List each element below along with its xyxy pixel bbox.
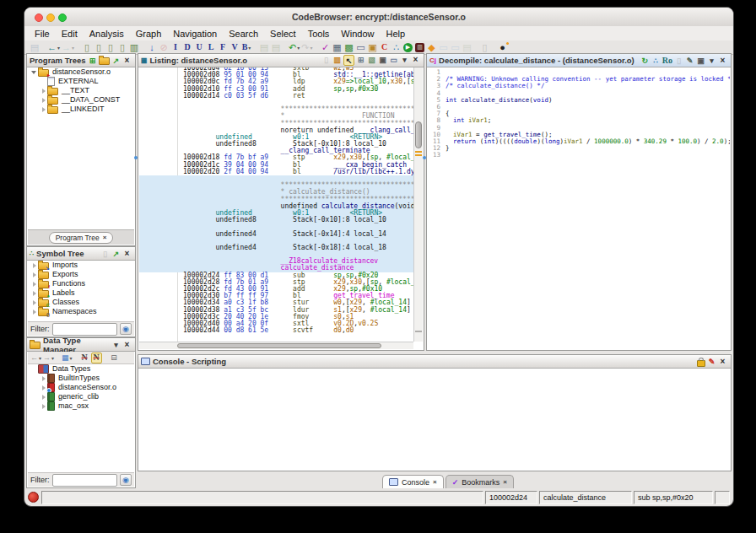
window-icon[interactable]: ▭ [356,42,366,53]
tree-item--text[interactable]: __TEXT [28,86,134,95]
menu-drop-icon[interactable]: ▾ [707,56,716,65]
copy-icon[interactable]: ▯ [321,55,331,64]
splitter-handle[interactable] [134,156,138,159]
symbol-filter-input[interactable] [52,323,118,336]
tree-item-generic-clib[interactable]: generic_clib [28,392,134,401]
paste-icon[interactable]: ▥ [332,55,342,64]
snapshot-icon[interactable]: ▣ [696,56,705,65]
program-view-4-icon[interactable]: ▯ [117,42,127,53]
program-tree-tab[interactable]: Program Tree × [49,232,114,244]
close-icon[interactable]: × [122,249,132,258]
pin-icon[interactable]: ▯ [100,249,110,258]
diamond-icon[interactable]: ◆ [427,42,437,53]
close-icon[interactable]: × [718,56,727,65]
listing-line[interactable]: 100002d44 00 d8 61 5e scvtf d0,d0 [139,327,413,334]
symbol-filter-options-button[interactable]: ◉ [120,323,132,335]
expander-open-icon[interactable] [30,68,38,76]
run-script-icon[interactable]: ▶ [403,42,413,53]
listing-vscroll-thumb[interactable] [415,121,422,148]
tree-item-external[interactable]: EXTERNAL [28,77,134,86]
program-tree-tab-close-icon[interactable]: × [103,233,107,243]
menu-window[interactable]: Window [335,29,380,39]
export-icon[interactable]: ↗ [111,249,121,258]
data-f-icon[interactable]: F [218,42,228,53]
listing-vertical-scrollbar[interactable] [413,67,423,342]
expander-closed-icon[interactable] [40,87,47,94]
tab-close-icon[interactable]: × [503,478,507,486]
edit-icon[interactable]: ✎ [707,357,716,366]
data-b-icon[interactable]: B▾ [241,42,251,53]
program-view-2-icon[interactable]: ▯ [94,42,104,53]
open-folder-icon[interactable] [99,56,110,65]
tree-item-distancesensor-o[interactable]: ▸distanceSensor.o [28,67,134,77]
menu-analysis[interactable]: Analysis [84,29,130,39]
new-tree-icon[interactable]: ⊞ [88,56,97,65]
expander-closed-icon[interactable] [40,96,47,104]
decompile-line[interactable]: 11 return (int)((((double)(long)iVar1 / … [430,138,730,145]
window-pale-2-icon[interactable]: ▭ [451,42,461,53]
menu-help[interactable]: Help [380,29,411,39]
expander-closed-icon[interactable] [40,374,47,382]
clear-code-icon[interactable]: ⊘ [159,42,169,53]
menu-navigation[interactable]: Navigation [167,29,223,39]
expander-closed-icon[interactable] [30,299,38,306]
redo-icon[interactable]: ↷▾ [301,42,312,53]
function-graph-icon[interactable]: ∴ [392,42,402,53]
save-icon[interactable]: ▤ [30,42,40,53]
expander-closed-icon[interactable] [30,271,38,278]
tab-close-icon[interactable]: × [433,478,437,486]
tree-item-imports[interactable]: ↘Imports [28,261,134,270]
filter-pointers-icon[interactable]: N [91,353,102,363]
dtm-filter-input[interactable] [52,474,118,487]
disassemble-icon[interactable]: ↓ [147,42,157,53]
tree-item-distancesensor-o[interactable]: distanceSensor.o [28,383,134,392]
copy-icon[interactable]: ▯ [674,56,683,65]
decompile-line[interactable]: 5int calculate_distance(void) [430,97,730,104]
close-icon[interactable]: × [122,340,132,349]
edit-structure-icon[interactable]: ▤ [271,42,281,53]
validate-icon[interactable]: ✓ [321,42,331,53]
expander-closed-icon[interactable] [40,393,47,401]
selection-icon[interactable]: ⊞ [356,55,365,64]
nav-forward-icon[interactable]: →▾ [62,42,74,53]
diff-view-icon[interactable]: ▧ [367,55,376,64]
listing-horizontal-scrollbar[interactable] [139,342,413,349]
tree-item-namespaces[interactable]: ()Namespaces [28,307,134,316]
table-viewer-icon[interactable]: ▦ [332,42,343,53]
nav-back-icon[interactable]: ←▾ [47,42,60,53]
tree-item-classes[interactable]: CClasses [28,298,134,307]
data-u-icon[interactable]: U [194,42,204,53]
close-icon[interactable]: × [411,55,420,64]
listing-line[interactable]: undefined4 Stack[-0x14]:4 local_14 [139,231,413,238]
listing-view[interactable]: 100002d04 62 18 00 13 sxtb w2,w3100002d0… [139,67,413,342]
lock-icon[interactable] [696,357,705,366]
menu-graph[interactable]: Graph [130,29,168,39]
decompile-view[interactable]: 12/* WARNING: Unknown calling convention… [428,67,730,349]
tree-item--linkedit[interactable]: __LINKEDIT [28,105,134,114]
bookmark-mark[interactable] [415,151,422,153]
cursor-arrow-icon[interactable]: ↖ [343,55,354,66]
tree-item-exports[interactable]: Exports [28,270,134,279]
fields-editor-icon[interactable]: ▭ [389,55,398,64]
decompile-line[interactable]: 13 [430,152,730,159]
listing-line[interactable]: undefined4 Stack[-0x18]:4 local_18 [139,245,413,251]
data-i-icon[interactable]: I [170,42,181,53]
refresh-icon[interactable]: ↻ [640,56,650,65]
decompile-line[interactable]: 8 int iVar1; [430,117,730,124]
expander-closed-icon[interactable] [30,280,38,288]
script-manager-icon[interactable]: ▩ [344,42,354,53]
data-d-icon[interactable]: D [182,42,192,53]
menu-drop-icon[interactable]: ▾ [111,340,121,349]
tab-bookmarks[interactable]: ✓Bookmarks× [446,475,514,488]
tree-item-builtintypes[interactable]: BuiltInTypes [28,374,134,383]
listing-hscroll-thumb[interactable] [177,343,381,348]
decompile-line[interactable]: 12} [430,145,730,152]
expander-closed-icon[interactable] [40,402,47,410]
graph-icon[interactable]: ∴ [651,56,661,65]
program-view-3-icon[interactable]: ▯ [105,42,116,53]
menu-tools[interactable]: Tools [302,29,336,39]
expander-closed-icon[interactable] [30,261,38,269]
menu-edit[interactable]: Edit [56,29,84,39]
memory-map-icon[interactable]: ▥ [415,42,425,53]
menu-search[interactable]: Search [223,29,264,39]
